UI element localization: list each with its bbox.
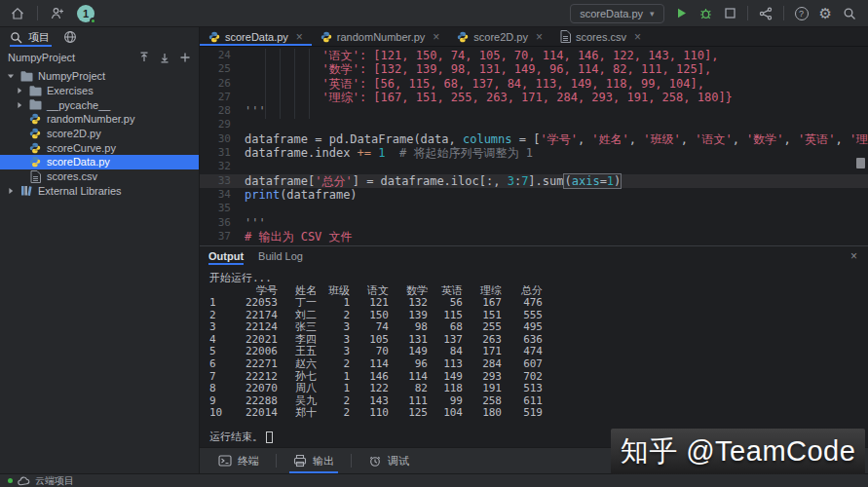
main-area: scoreData.py×randomNumber.py×score2D.py×… [200, 27, 868, 473]
line-number[interactable]: 34 [200, 188, 245, 202]
line-number[interactable]: 27 [200, 91, 245, 104]
line-number[interactable]: 29 [200, 118, 245, 131]
chevron-right-icon[interactable] [15, 101, 23, 109]
code-lines: 24 '语文': [121, 150, 74, 105, 70, 114, 14… [200, 49, 868, 244]
table-cell: 56 [428, 297, 463, 310]
tree-item-external-libraries[interactable]: External Libraries [0, 184, 199, 199]
tree-item-label: Exercises [47, 85, 94, 96]
line-number[interactable]: 32 [200, 160, 245, 173]
indent-guide [309, 49, 310, 119]
globe-icon[interactable] [63, 30, 77, 44]
code-line: 25 '数学': [132, 139, 98, 131, 149, 96, 11… [200, 62, 868, 76]
line-number[interactable]: 26 [200, 77, 245, 91]
tree-item-numpyproject[interactable]: NumpyProject [0, 69, 199, 84]
tree-item-scoredata-py[interactable]: scoreData.py [0, 155, 199, 169]
code-text: '语文': [121, 150, 74, 105, 70, 114, 146, … [245, 49, 718, 62]
chevron-right-icon[interactable] [6, 187, 15, 195]
cloud-project-label[interactable]: 云端项目 [35, 474, 74, 487]
status-bar: 云端项目 [0, 473, 868, 487]
table-cell: 255 [463, 321, 502, 334]
share-icon[interactable] [759, 7, 773, 20]
tool-window-button-终端[interactable]: 终端 [209, 448, 268, 473]
tool-window-button-输出[interactable]: 输出 [284, 448, 343, 473]
line-number[interactable]: 30 [200, 132, 245, 146]
home-icon[interactable] [10, 6, 25, 21]
tree-item-score2d-py[interactable]: score2D.py [0, 127, 199, 141]
avatar[interactable]: 1 [77, 5, 94, 22]
toolbar-divider [783, 6, 784, 20]
close-icon[interactable]: × [536, 30, 543, 44]
editor-tab-randomnumber-py[interactable]: randomNumber.py× [312, 27, 449, 46]
help-icon[interactable]: ? [795, 7, 809, 20]
line-number[interactable]: 24 [200, 49, 245, 62]
tree-item-scores-csv[interactable]: scores.csv [0, 169, 199, 184]
table-row: 822070周八112282118191513 [209, 383, 543, 395]
table-cell: 2 [317, 358, 350, 371]
table-cell: 513 [502, 383, 543, 395]
tree-item-label: scoreData.py [47, 156, 110, 168]
tree-item-randomnumber-py[interactable]: randomNumber.py [0, 112, 199, 127]
tree-item-scorecurve-py[interactable]: scoreCurve.py [0, 140, 199, 155]
editor-tab-score2d-py[interactable]: score2D.py× [448, 27, 551, 46]
stop-button[interactable] [724, 7, 736, 19]
table-cell: 2 [317, 407, 350, 420]
close-icon[interactable]: × [433, 30, 439, 44]
tool-tab-label: 项目 [28, 30, 50, 45]
run-config-selector[interactable]: scoreData.py ▾ [570, 4, 663, 23]
table-cell: 132 [389, 297, 428, 310]
close-icon[interactable]: × [296, 30, 303, 44]
run-button[interactable] [675, 7, 688, 19]
code-text: '理综': [167, 151, 255, 263, 171, 284, 293… [245, 91, 733, 104]
indent-guide [265, 49, 266, 119]
code-line: 34print(dataframe) [200, 188, 868, 202]
line-number[interactable]: 25 [200, 62, 245, 76]
table-cell: 180 [463, 407, 502, 420]
table-cell: 191 [463, 383, 502, 395]
toolbar-right-group: scoreData.py ▾ ? ⚙ [570, 4, 868, 23]
settings-gear-icon[interactable]: ⚙ [819, 6, 832, 20]
line-number[interactable]: 28 [200, 104, 245, 118]
table-cell: 110 [350, 407, 389, 420]
close-icon[interactable]: × [850, 249, 857, 263]
code-editor[interactable]: 24 '语文': [121, 150, 74, 105, 70, 114, 14… [200, 47, 868, 245]
download-icon[interactable] [159, 52, 170, 63]
code-line: 31dataframe.index += 1 # 将起始序列号调整为 1 [200, 146, 868, 160]
tool-window-button-调试[interactable]: 调试 [359, 448, 418, 473]
toolbar-left-group: 1 [0, 5, 94, 22]
tab-project[interactable]: 项目 [10, 27, 52, 47]
editor-tab-scores-csv[interactable]: scores.csv× [551, 27, 650, 46]
output-tab-build-log[interactable]: Build Log [258, 246, 303, 265]
table-cell: 10 [209, 407, 235, 420]
upload-icon[interactable] [138, 52, 150, 63]
tree-item-label: score2D.py [47, 128, 101, 139]
line-number[interactable]: 31 [200, 146, 245, 160]
code-text: dataframe = pd.DataFrame(data, columns =… [245, 132, 868, 146]
tree-item-exercises[interactable]: Exercises [0, 84, 199, 98]
code-line: 35 [200, 202, 868, 215]
run-console[interactable]: 开始运行... 学号姓名班级语文数学英语理综总分122053丁一11211325… [200, 265, 868, 444]
add-user-icon[interactable] [50, 6, 65, 21]
table-cell: 郑十 [278, 407, 317, 420]
close-icon[interactable]: × [634, 30, 641, 44]
line-number[interactable]: 36 [200, 216, 245, 230]
editor-tab-scoredata-py[interactable]: scoreData.py× [200, 27, 312, 46]
debug-button[interactable] [698, 6, 713, 20]
editor-scrollbar-thumb[interactable] [856, 158, 865, 169]
python-icon [28, 128, 42, 139]
search-icon[interactable] [843, 7, 856, 20]
terminal-icon [218, 454, 232, 468]
chevron-right-icon[interactable] [15, 87, 23, 94]
chevron-down-icon[interactable] [6, 72, 15, 80]
line-number[interactable]: 35 [200, 202, 245, 215]
connection-status-dot [8, 478, 13, 483]
console-start-line: 开始运行... [209, 273, 868, 285]
add-icon[interactable] [179, 52, 191, 63]
tree-item-pycache[interactable]: __pycache__ [0, 97, 199, 112]
line-number[interactable]: 33 [200, 174, 245, 188]
line-number[interactable]: 37 [200, 230, 245, 244]
output-table: 学号姓名班级语文数学英语理综总分122053丁一1121132561674762… [209, 285, 543, 421]
table-cell: 周八 [278, 383, 317, 395]
output-tab-output[interactable]: Output [208, 246, 244, 265]
table-row: 1022014郑十2110125104180519 [209, 407, 543, 420]
table-cell: 121 [350, 297, 389, 310]
